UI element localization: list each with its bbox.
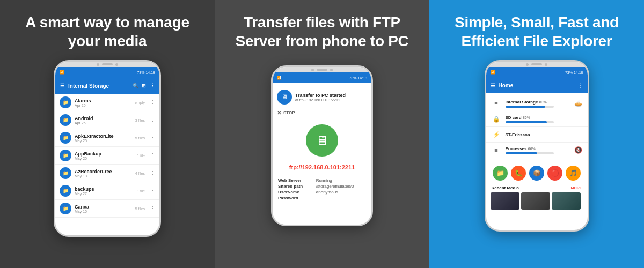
ftp-value: Running bbox=[316, 178, 366, 183]
file-name: Canva bbox=[75, 204, 132, 210]
storage-item-name: Internal Storage 83% bbox=[506, 100, 570, 105]
ftp-info-row: Web Server Running bbox=[278, 178, 366, 183]
file-more-icon[interactable]: ⋮ bbox=[150, 117, 155, 123]
storage-item[interactable]: ⚡ ST-Ericsson bbox=[486, 127, 588, 143]
file-item[interactable]: 📁 Android Apr 25 3 files ⋮ bbox=[55, 111, 159, 129]
file-item[interactable]: 📁 ApkExtractorLite May 25 5 files ⋮ bbox=[55, 129, 159, 147]
file-icon: 📁 bbox=[60, 203, 71, 214]
phone-speaker-3 bbox=[531, 63, 542, 65]
storage-icon: ≡ bbox=[492, 99, 501, 108]
ftp-info-row: Password bbox=[278, 196, 366, 200]
file-more-icon[interactable]: ⋮ bbox=[150, 206, 155, 211]
ftp-label: Shared path bbox=[278, 184, 315, 189]
file-date: May 27 bbox=[75, 192, 134, 196]
file-item[interactable]: 📁 Canva May 15 5 files ⋮ bbox=[55, 200, 159, 218]
storage-bar-fill bbox=[506, 152, 537, 154]
file-info: Android Apr 25 bbox=[75, 116, 132, 125]
phone-2-camera-row bbox=[273, 67, 371, 72]
phone-3-camera-row bbox=[486, 62, 588, 67]
storage-bar-wrap bbox=[506, 106, 554, 108]
file-item[interactable]: 📁 backups May 27 1 file ⋮ bbox=[55, 182, 159, 200]
thumb-3 bbox=[552, 192, 581, 210]
file-more-icon[interactable]: ⋮ bbox=[150, 188, 155, 193]
file-item[interactable]: 📁 AzRecorderFree May 13 4 files ⋮ bbox=[55, 165, 159, 182]
file-icon: 📁 bbox=[60, 96, 71, 108]
file-name: ApkExtractorLite bbox=[75, 133, 132, 139]
phone-dot-6 bbox=[545, 63, 547, 66]
file-icon: 📁 bbox=[60, 185, 71, 197]
storage-list: ≡ Internal Storage 83% 🥧 🔒 SD card 86% ⚡… bbox=[486, 93, 588, 161]
panel-3-title: Simple, Small, Fast and Efficient File E… bbox=[440, 13, 633, 50]
ftp-value: /storage/emulated/0 bbox=[316, 184, 366, 189]
storage-icon: ⚡ bbox=[492, 130, 501, 139]
app-icon[interactable]: 🐛 bbox=[511, 166, 526, 181]
phone-3-status-bar: 📶 73% 14:18 bbox=[486, 67, 588, 78]
phone-dot-4 bbox=[330, 69, 333, 71]
storage-item-info: SD card 86% bbox=[506, 115, 582, 123]
storage-bar-fill bbox=[506, 106, 546, 108]
ftp-transfer-sub: at ftp://192.168.0.101:2211 bbox=[295, 98, 346, 102]
storage-item[interactable]: 🔒 SD card 86% bbox=[486, 111, 588, 127]
file-info: AppBackup May 25 bbox=[75, 151, 134, 160]
storage-right-icon: 🔇 bbox=[574, 146, 582, 154]
grid-icon[interactable]: ⊞ bbox=[141, 83, 147, 88]
file-date: May 25 bbox=[75, 157, 134, 160]
recent-media-more[interactable]: MORE bbox=[571, 186, 582, 190]
app-icon[interactable]: 📦 bbox=[529, 166, 544, 181]
ftp-info-row: UserName anonymous bbox=[278, 190, 366, 195]
app-icon[interactable]: 📁 bbox=[493, 166, 508, 181]
file-date: May 13 bbox=[75, 174, 132, 178]
file-name: Alarms bbox=[75, 98, 131, 103]
home-more-icon[interactable]: ⋮ bbox=[578, 83, 583, 88]
storage-item-name: SD card 86% bbox=[506, 115, 582, 120]
file-name: Android bbox=[75, 116, 132, 121]
ftp-transfer-title: Transfer to PC started bbox=[295, 93, 346, 98]
storage-item-info: ST-Ericsson bbox=[506, 132, 582, 137]
recent-media-header: Recent Media MORE bbox=[486, 183, 588, 192]
storage-bar-wrap bbox=[506, 152, 554, 154]
time-2: 14:18 bbox=[357, 76, 367, 80]
file-info: Alarms Apr 25 bbox=[75, 98, 131, 107]
ftp-label: Password bbox=[278, 196, 315, 200]
file-name: AzRecorderFree bbox=[75, 169, 132, 174]
storage-item[interactable]: ≡ Internal Storage 83% 🥧 bbox=[486, 96, 588, 111]
ftp-header-text: Transfer to PC started at ftp://192.168.… bbox=[295, 93, 346, 102]
status-right-2: 73% 14:18 bbox=[349, 76, 367, 80]
file-count: 4 files bbox=[135, 172, 145, 175]
file-item[interactable]: 📁 AppBackup May 25 1 file ⋮ bbox=[55, 147, 159, 165]
file-more-icon[interactable]: ⋮ bbox=[150, 135, 155, 140]
file-date: Apr 25 bbox=[75, 121, 132, 125]
home-toolbar-title: Home bbox=[499, 83, 575, 88]
file-info: ApkExtractorLite May 25 bbox=[75, 133, 132, 143]
ftp-value bbox=[316, 196, 366, 200]
time: 14:18 bbox=[145, 71, 155, 75]
home-menu-icon[interactable]: ☰ bbox=[491, 83, 495, 88]
ftp-header-icon: 🖥 bbox=[277, 90, 292, 105]
recent-media-label: Recent Media bbox=[492, 185, 519, 190]
file-more-icon[interactable]: ⋮ bbox=[150, 170, 155, 176]
ftp-content: 🖥 Transfer to PC started at ftp://192.16… bbox=[273, 83, 371, 226]
phone-2-status-bar: 📶 73% 14:18 bbox=[273, 72, 371, 83]
menu-icon[interactable]: ☰ bbox=[60, 83, 65, 88]
file-more-icon[interactable]: ⋮ bbox=[150, 100, 155, 105]
file-more-icon[interactable]: ⋮ bbox=[150, 153, 155, 158]
search-icon[interactable]: 🔍 bbox=[133, 83, 138, 88]
file-icon: 📁 bbox=[60, 132, 71, 144]
storage-right-icon: 🥧 bbox=[574, 100, 582, 107]
file-count: 5 files bbox=[135, 207, 145, 211]
app-icon[interactable]: 🔴 bbox=[547, 166, 562, 181]
more-icon[interactable]: ⋮ bbox=[150, 83, 155, 88]
toolbar-title: Internal Storage bbox=[68, 83, 129, 89]
file-item[interactable]: 📁 Alarms Apr 25 empty ⋮ bbox=[55, 94, 159, 111]
storage-item[interactable]: ≡ Processes 66% 🔇 bbox=[486, 143, 588, 158]
phone-dot-5 bbox=[526, 63, 529, 66]
app-icon[interactable]: 🎵 bbox=[566, 166, 581, 181]
panel-2: Transfer files with FTP Server from phon… bbox=[215, 0, 429, 268]
file-list: 📁 Alarms Apr 25 empty ⋮ 📁 Android Apr 25… bbox=[55, 94, 159, 218]
stop-button[interactable]: ✕ STOP bbox=[277, 110, 295, 116]
status-right-3: 73% 14:18 bbox=[565, 71, 583, 75]
stop-label: STOP bbox=[283, 110, 295, 115]
storage-item-info: Internal Storage 83% bbox=[506, 100, 570, 108]
storage-bar-wrap bbox=[506, 121, 554, 123]
file-name: backups bbox=[75, 187, 134, 192]
